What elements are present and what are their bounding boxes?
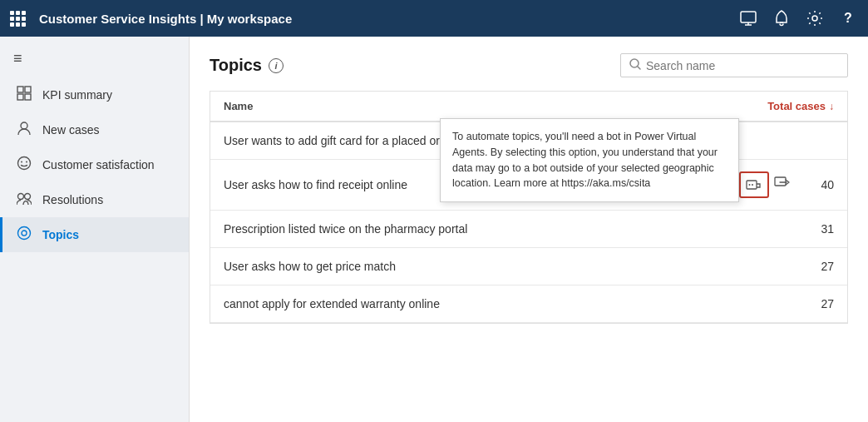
settings-icon[interactable] — [805, 8, 825, 28]
page-title-row: Topics i — [210, 56, 284, 75]
topbar: Customer Service Insights | My workspace… — [0, 0, 868, 37]
row-count: 31 — [809, 222, 834, 236]
topics-table: Name Total cases ↓ User wants to add gif… — [210, 91, 848, 324]
svg-point-11 — [21, 161, 22, 163]
row-count: 27 — [809, 297, 834, 310]
svg-rect-7 — [17, 94, 23, 100]
automate-button[interactable] — [739, 171, 769, 198]
col-total-cases-header: Total cases ↓ — [767, 100, 834, 112]
new-cases-icon — [16, 121, 32, 139]
page-header: Topics i — [210, 53, 848, 77]
svg-point-9 — [21, 122, 27, 129]
row-name: User asks how to get price match — [224, 260, 396, 273]
row-name: Prescription listed twice on the pharmac… — [224, 222, 467, 236]
row-actions — [739, 171, 792, 198]
table-row[interactable]: cannot apply for extended warranty onlin… — [210, 285, 847, 323]
svg-rect-5 — [17, 87, 23, 92]
kpi-summary-icon — [16, 86, 32, 104]
svg-line-18 — [638, 67, 640, 69]
topics-icon — [16, 226, 32, 244]
col-name-header: Name — [224, 100, 253, 112]
row-name: User wants to add gift card for a placed… — [224, 134, 456, 147]
customer-satisfaction-icon — [16, 156, 32, 174]
search-icon — [629, 58, 641, 72]
tooltip-text: To automate topics, you'll need a bot in… — [452, 131, 718, 189]
sidebar-item-topics[interactable]: Topics — [0, 217, 189, 252]
svg-point-14 — [25, 194, 31, 200]
link-icon[interactable] — [774, 176, 792, 195]
row-name: User asks how to find receipt online — [224, 178, 407, 191]
main-content: Topics i Name Total cases ↓ — [190, 37, 868, 422]
sidebar-label-customer-satisfaction: Customer satisfaction — [42, 158, 155, 171]
bell-icon[interactable] — [772, 8, 792, 28]
sidebar-label-resolutions: Resolutions — [42, 193, 103, 206]
sidebar-label-kpi-summary: KPI summary — [42, 88, 112, 102]
topbar-icons: ? — [738, 8, 858, 28]
app-title: Customer Service Insights | My workspace — [39, 12, 728, 26]
svg-rect-22 — [775, 177, 786, 186]
tooltip-box: To automate topics, you'll need a bot in… — [440, 118, 739, 202]
app-layout: ≡ KPI summary New cases — [0, 37, 868, 422]
svg-rect-0 — [741, 12, 756, 22]
sidebar-label-topics: Topics — [42, 228, 79, 241]
svg-point-16 — [22, 231, 27, 236]
table-row[interactable]: Prescription listed twice on the pharmac… — [210, 211, 847, 248]
svg-point-20 — [749, 184, 751, 186]
sidebar-item-new-cases[interactable]: New cases — [0, 112, 189, 147]
search-container — [620, 53, 848, 77]
hamburger-menu[interactable]: ≡ — [0, 43, 189, 77]
sidebar-item-resolutions[interactable]: Resolutions — [0, 182, 189, 217]
svg-point-12 — [26, 161, 27, 163]
svg-point-21 — [752, 184, 753, 186]
table-row[interactable]: User asks how to get price match 27 — [210, 248, 847, 285]
col-total-cases-label: Total cases — [767, 100, 826, 112]
page-title: Topics — [210, 56, 262, 75]
svg-point-10 — [18, 157, 31, 170]
svg-point-15 — [18, 227, 31, 240]
sidebar: ≡ KPI summary New cases — [0, 37, 190, 422]
resolutions-icon — [16, 191, 32, 209]
table-row[interactable]: User wants to add gift card for a placed… — [210, 122, 847, 160]
app-grid-icon[interactable] — [10, 11, 26, 27]
svg-point-13 — [18, 194, 24, 200]
sidebar-label-new-cases: New cases — [42, 123, 99, 137]
info-icon[interactable]: i — [269, 58, 284, 73]
row-count: 40 — [809, 178, 834, 191]
svg-rect-8 — [25, 94, 31, 100]
help-icon[interactable]: ? — [838, 8, 858, 28]
search-input[interactable] — [646, 59, 839, 72]
row-name: cannot apply for extended warranty onlin… — [224, 297, 440, 310]
sidebar-item-kpi-summary[interactable]: KPI summary — [0, 77, 189, 112]
sort-arrow[interactable]: ↓ — [829, 101, 834, 112]
svg-rect-6 — [25, 87, 31, 92]
sidebar-item-customer-satisfaction[interactable]: Customer satisfaction — [0, 147, 189, 182]
row-count: 27 — [809, 260, 834, 273]
svg-point-4 — [812, 16, 817, 21]
monitor-icon[interactable] — [738, 8, 758, 28]
